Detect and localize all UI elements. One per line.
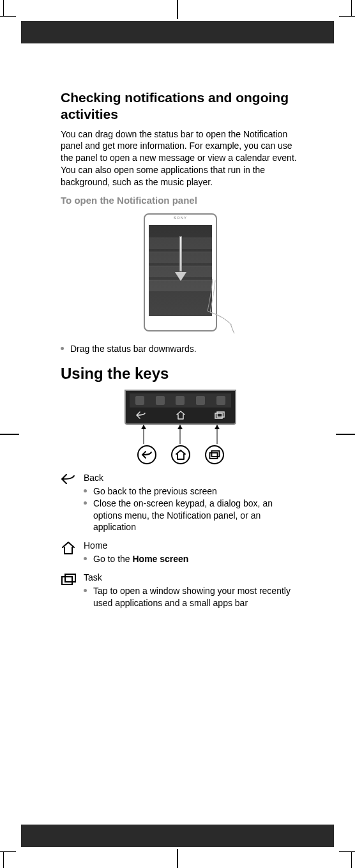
page-header-bar: [21, 21, 334, 43]
section-heading: Checking notifications and ongoing activ…: [61, 89, 300, 123]
svg-rect-0: [215, 413, 222, 418]
svg-rect-8: [209, 453, 217, 459]
instruction-bullet: Drag the status bar downwards.: [61, 343, 300, 355]
key-title: Task: [84, 572, 300, 584]
svg-rect-9: [211, 451, 219, 457]
page-content: Checking notifications and ongoing activ…: [61, 89, 300, 616]
list-item: Go to the Home screen: [84, 553, 300, 565]
svg-rect-10: [62, 577, 72, 584]
section-intro: You can drag down the status bar to open…: [61, 128, 300, 188]
task-icon: [61, 573, 77, 586]
phone-brand-label: SONY: [145, 216, 216, 220]
notification-panel-figure: SONY: [61, 213, 300, 331]
bullet-icon: [84, 489, 87, 492]
keys-figure: [125, 390, 236, 464]
back-key-small-icon: [135, 411, 147, 420]
svg-marker-5: [141, 425, 146, 429]
connector-lines: [125, 425, 236, 445]
list-item: Close the on-screen keypad, a dialog box…: [84, 498, 300, 534]
svg-rect-1: [217, 412, 224, 417]
drag-down-arrow-icon: [175, 236, 186, 281]
key-description-home: Home Go to the Home screen: [61, 540, 300, 565]
bullet-icon: [61, 347, 64, 350]
key-description-back: Back Go back to the previous screen Clos…: [61, 472, 300, 533]
svg-marker-6: [178, 425, 183, 429]
phone-illustration: SONY: [144, 213, 217, 331]
list-item: Tap to open a window showing your most r…: [84, 585, 300, 609]
phone-navbar-mock: [125, 390, 236, 425]
key-title: Back: [84, 472, 300, 484]
back-icon: [61, 473, 76, 485]
finger-gesture-icon: [200, 279, 235, 333]
section-heading: Using the keys: [61, 364, 300, 383]
bullet-icon: [84, 501, 87, 505]
svg-marker-7: [215, 425, 220, 429]
home-icon: [61, 541, 76, 555]
home-key-small-icon: [174, 411, 187, 420]
home-circle-icon: [171, 445, 190, 464]
svg-rect-11: [65, 574, 75, 582]
task-circle-icon: [205, 445, 224, 464]
task-key-small-icon: [213, 411, 226, 420]
key-description-task: Task Tap to open a window showing your m…: [61, 572, 300, 609]
section-subheading: To open the Notification panel: [61, 195, 300, 206]
bullet-icon: [84, 557, 87, 560]
page-footer-bar: [21, 825, 334, 847]
key-title: Home: [84, 540, 300, 552]
list-item: Go back to the previous screen: [84, 485, 300, 498]
bullet-icon: [84, 589, 87, 592]
instruction-text: Drag the status bar downwards.: [70, 343, 197, 355]
back-circle-icon: [137, 445, 156, 464]
